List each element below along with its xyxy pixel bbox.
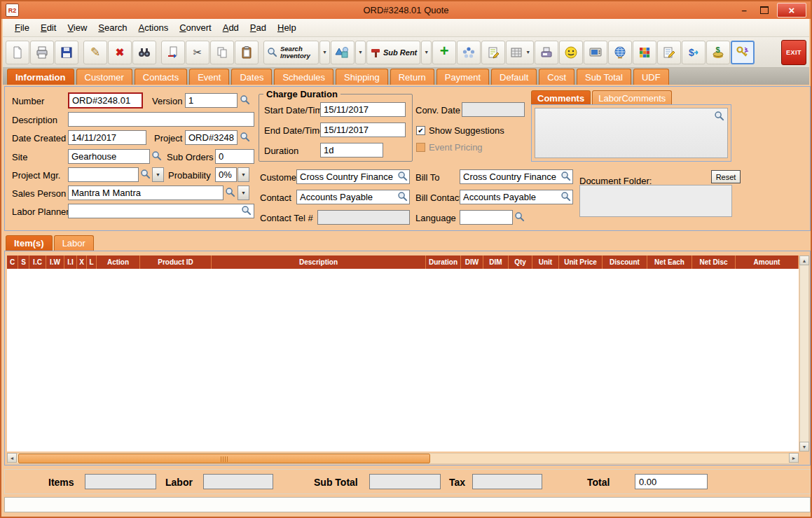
shapes-button[interactable] [331, 41, 355, 64]
version-search-icon[interactable] [240, 94, 251, 106]
project-field[interactable]: ORD#3248 [185, 130, 238, 145]
tab-shipping[interactable]: Shipping [336, 69, 388, 85]
menu-item[interactable]: Edit [36, 20, 61, 35]
sales-person-dropdown[interactable]: ▼ [238, 186, 249, 200]
notes-button[interactable] [481, 41, 505, 64]
contact-mood-button[interactable] [559, 41, 583, 64]
menu-item[interactable]: View [62, 20, 92, 35]
menu-item[interactable]: Convert [174, 20, 216, 35]
security-key-button[interactable] [731, 41, 755, 64]
tab-contacts[interactable]: Contacts [135, 69, 187, 85]
menu-item[interactable]: Add [218, 20, 244, 35]
exit-button[interactable]: EXIT [781, 40, 806, 65]
search-inventory-dropdown[interactable]: ▼ [319, 41, 330, 64]
menu-item[interactable]: Actions [134, 20, 174, 35]
column-header-x[interactable]: X [77, 255, 87, 269]
description-field[interactable] [68, 112, 254, 127]
fax-button[interactable] [535, 41, 558, 64]
items-tab-labor[interactable]: Labor [54, 235, 94, 251]
column-header-discount[interactable]: Discount [603, 255, 647, 269]
tab-schedules[interactable]: Schedules [274, 69, 333, 85]
tab-udf[interactable]: UDF [633, 69, 669, 85]
contact-tel-field[interactable] [317, 210, 410, 225]
bill-contact-search-icon[interactable] [560, 191, 572, 202]
date-created-field[interactable]: 14/11/2017 [68, 130, 146, 145]
language-field[interactable] [460, 210, 513, 225]
scroll-left-button[interactable]: ◄ [7, 453, 17, 463]
column-header-c[interactable]: C [7, 255, 18, 269]
project-mgr-dropdown[interactable]: ▼ [152, 167, 164, 182]
contact-search-icon[interactable] [397, 191, 408, 202]
menu-item[interactable]: Help [273, 20, 301, 35]
sub-orders-field[interactable]: 0 [215, 149, 254, 164]
search-inventory-button[interactable]: Search Inventory [263, 41, 319, 64]
scroll-right-button[interactable]: ► [789, 453, 799, 463]
probability-dropdown[interactable]: ▼ [238, 167, 249, 182]
tab-default[interactable]: Default [491, 69, 537, 85]
number-field[interactable]: ORD#3248.01 [68, 92, 143, 108]
project-mgr-search-icon[interactable] [140, 169, 151, 180]
column-header-action[interactable]: Action [97, 255, 140, 269]
document-folder-box[interactable] [579, 185, 732, 217]
comments-textarea[interactable] [535, 108, 728, 158]
tab-event[interactable]: Event [189, 69, 229, 85]
menu-item[interactable]: Search [93, 20, 132, 35]
tab-sub-total[interactable]: Sub Total [577, 69, 631, 85]
duration-field[interactable]: 1d [320, 143, 383, 158]
menu-item[interactable]: Pad [245, 20, 271, 35]
sub-rent-button[interactable]: Sub Rent [366, 41, 420, 64]
scroll-down-button[interactable]: ▼ [799, 442, 809, 451]
tab-customer[interactable]: Customer [76, 69, 132, 85]
menu-item[interactable]: File [10, 20, 34, 35]
grid-view-button[interactable]: ▼ [506, 41, 534, 64]
column-header-s[interactable]: S [18, 255, 29, 269]
tab-payment[interactable]: Payment [436, 69, 489, 85]
conv-date-field[interactable] [462, 102, 525, 117]
vertical-scrollbar[interactable]: ▲ ▼ [799, 255, 809, 451]
comments-tab-laborcomments[interactable]: LaborComments [592, 90, 672, 105]
comments-tab-comments[interactable]: Comments [531, 90, 591, 105]
sales-person-field[interactable]: Mantra M Mantra [68, 186, 223, 200]
tab-return[interactable]: Return [390, 69, 434, 85]
comments-search-icon[interactable] [714, 111, 725, 122]
column-header-i-w[interactable]: I.W [46, 255, 64, 269]
column-header-duration[interactable]: Duration [426, 255, 461, 269]
save-button[interactable] [55, 41, 78, 64]
maximize-button[interactable] [757, 5, 772, 16]
convert-button[interactable] [161, 41, 185, 64]
language-search-icon[interactable] [514, 211, 525, 223]
version-field[interactable]: 1 [185, 93, 238, 108]
bill-to-search-icon[interactable] [560, 171, 572, 182]
probability-field[interactable]: 0% [215, 167, 237, 182]
customer-search-icon[interactable] [397, 171, 408, 182]
horizontal-scrollbar[interactable]: ◄ ► [7, 453, 799, 464]
items-table-body[interactable] [7, 269, 799, 451]
bill-contact-field[interactable]: Accounts Payable [460, 190, 573, 204]
horizontal-scroll-thumb[interactable] [18, 454, 430, 463]
sales-person-search-icon[interactable] [225, 187, 236, 198]
cut-button[interactable]: ✂ [186, 41, 209, 64]
currency-sync-button[interactable]: $ [682, 41, 706, 64]
copy-button[interactable] [210, 41, 234, 64]
scroll-up-button[interactable]: ▲ [799, 255, 809, 265]
column-header-amount[interactable]: Amount [736, 255, 799, 269]
column-header-i-i[interactable]: I.I [64, 255, 77, 269]
paste-button[interactable] [235, 41, 259, 64]
column-header-i-c[interactable]: I.C [29, 255, 46, 269]
sub-rent-dropdown[interactable]: ▼ [421, 41, 432, 64]
edit-button[interactable]: ✎ [83, 41, 107, 64]
contact-field[interactable]: Accounts Payable [296, 190, 410, 204]
column-header-l[interactable]: L [87, 255, 97, 269]
bill-to-field[interactable]: Cross Country Finance [460, 169, 573, 184]
site-search-icon[interactable] [151, 150, 163, 162]
shapes-dropdown[interactable]: ▼ [355, 41, 366, 64]
reset-button[interactable]: Reset [711, 170, 741, 183]
column-header-unit[interactable]: Unit [532, 255, 559, 269]
column-header-qty[interactable]: Qty [509, 255, 532, 269]
start-datetime-field[interactable]: 15/11/2017 [320, 102, 406, 117]
show-suggestions-checkbox[interactable]: ✔ [416, 126, 425, 135]
tab-cost[interactable]: Cost [539, 69, 574, 85]
tab-information[interactable]: Information [7, 69, 74, 85]
print-button[interactable] [30, 41, 54, 64]
delete-button[interactable]: ✖ [108, 41, 132, 64]
